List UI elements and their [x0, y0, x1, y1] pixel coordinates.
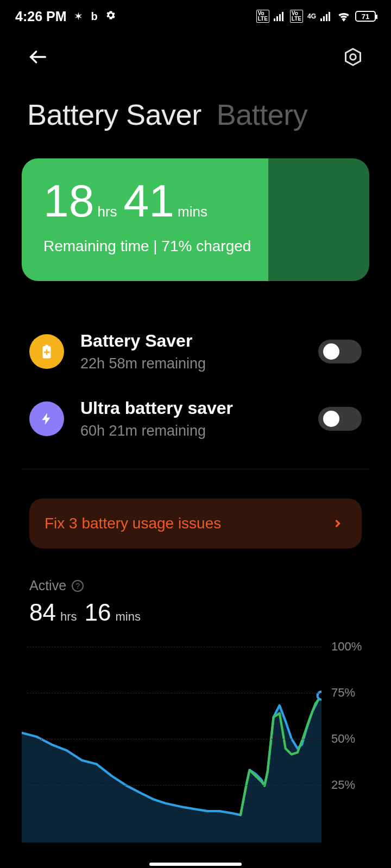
section-divider: [22, 469, 369, 469]
svg-rect-4: [320, 18, 322, 21]
hours-unit: hrs: [97, 203, 117, 220]
status-time: 4:26 PM: [15, 9, 66, 24]
volte-icon-2: VoLTE: [290, 10, 303, 23]
mins-unit: mins: [178, 203, 207, 220]
status-bar: 4:26 PM ✶ b VoLTE VoLTE 4G 71: [0, 0, 391, 33]
app-bar: [0, 33, 391, 81]
svg-rect-2: [279, 14, 281, 21]
tab-bar: Battery Saver Battery: [0, 81, 391, 131]
battery-plus-icon: [29, 334, 64, 369]
modes-list: Battery Saver 22h 58m remaining Ultra ba…: [0, 281, 391, 452]
slack-icon: ✶: [74, 10, 83, 23]
back-button[interactable]: [26, 45, 50, 69]
mode-title: Battery Saver: [80, 331, 302, 351]
ytick-label: 25%: [331, 778, 355, 792]
tab-battery-saver[interactable]: Battery Saver: [27, 98, 201, 131]
active-section: Active ? 84 hrs 16 mins: [0, 548, 391, 627]
chevron-right-icon: [332, 517, 343, 530]
network-type: 4G: [307, 13, 316, 20]
volte-icon: VoLTE: [256, 10, 269, 23]
svg-rect-3: [282, 12, 283, 21]
mode-sub: 60h 21m remaining: [80, 423, 302, 439]
nav-handle[interactable]: [149, 863, 242, 866]
svg-rect-0: [274, 18, 275, 21]
svg-rect-5: [323, 16, 325, 21]
remaining-subtext: Remaining time | 71% charged: [43, 238, 348, 255]
svg-point-10: [350, 54, 356, 60]
active-mins-unit: mins: [115, 610, 140, 624]
ytick-label: 75%: [331, 686, 355, 700]
ytick-label: 100%: [331, 640, 362, 654]
active-hours: 84: [29, 599, 56, 626]
remaining-time-card: 18 hrs 41 mins Remaining time | 71% char…: [22, 158, 369, 281]
remaining-mins: 41: [124, 178, 174, 224]
battery-status-icon: 71: [355, 11, 376, 22]
help-icon[interactable]: ?: [72, 580, 84, 592]
app-icon: b: [91, 10, 97, 23]
tab-battery[interactable]: Battery: [217, 98, 308, 131]
signal-icon: [274, 11, 286, 21]
fix-issues-text: Fix 3 battery usage issues: [45, 515, 221, 532]
settings-small-icon: [105, 10, 116, 23]
signal-icon-2: [320, 11, 332, 21]
wifi-icon: [337, 11, 351, 22]
mode-title: Ultra battery saver: [80, 398, 302, 418]
active-label: Active: [29, 578, 66, 593]
svg-rect-1: [276, 16, 278, 21]
settings-button[interactable]: [341, 45, 365, 69]
svg-rect-6: [326, 14, 327, 21]
fix-issues-banner[interactable]: Fix 3 battery usage issues: [29, 499, 362, 548]
mode-sub: 22h 58m remaining: [80, 355, 302, 372]
battery-chart: 100% 75% 50% 25%: [0, 627, 391, 831]
toggle-battery-saver[interactable]: [318, 340, 362, 363]
active-hours-unit: hrs: [60, 610, 77, 624]
mode-row-ultra-saver[interactable]: Ultra battery saver 60h 21m remaining: [29, 385, 362, 452]
mode-row-battery-saver[interactable]: Battery Saver 22h 58m remaining: [29, 318, 362, 385]
active-mins: 16: [85, 599, 111, 626]
bolt-icon: [29, 401, 64, 436]
svg-marker-9: [346, 49, 361, 65]
toggle-ultra-saver[interactable]: [318, 407, 362, 431]
remaining-hours: 18: [43, 178, 94, 224]
ytick-label: 50%: [331, 732, 355, 746]
svg-rect-7: [329, 12, 330, 21]
